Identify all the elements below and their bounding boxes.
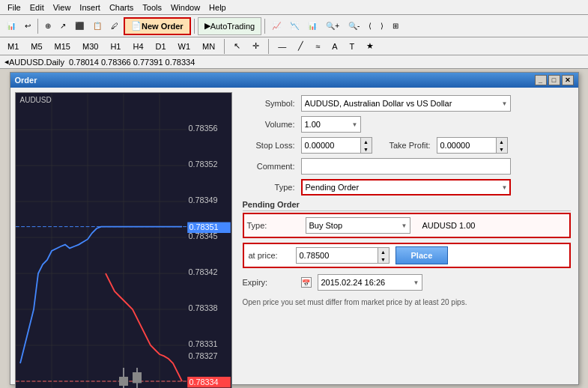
chart-area: AUDUSD	[15, 92, 232, 388]
symbol-label: Symbol:	[243, 99, 295, 108]
toolbar-btn-13[interactable]: ⟨	[365, 17, 375, 35]
status-info: AUDUSD.Daily 0.78014 0.78366 0.77391 0.7…	[9, 58, 195, 67]
stop-loss-up[interactable]: ▲	[361, 138, 372, 145]
pending-order-header: Pending Order	[243, 200, 571, 211]
at-price-up[interactable]: ▲	[378, 248, 389, 255]
new-order-icon: 📄	[131, 21, 142, 31]
toolbar-btn-11[interactable]: 🔍+	[322, 17, 343, 35]
expiry-select[interactable]: 2015.02.24 16:26	[318, 274, 422, 291]
svg-text:0.78345: 0.78345	[188, 231, 217, 240]
type-select-wrapper: Pending Order	[301, 179, 511, 195]
toolbar-btn-12[interactable]: 🔍-	[345, 17, 363, 35]
cursor-btn[interactable]: ↖	[229, 40, 245, 52]
take-profit-up[interactable]: ▲	[497, 138, 507, 145]
svg-text:0.78349: 0.78349	[188, 195, 217, 204]
menu-charts[interactable]: Charts	[105, 1, 138, 13]
take-profit-spin-buttons: ▲ ▼	[497, 137, 508, 154]
comment-input[interactable]	[301, 158, 511, 175]
toolbar-btn-6[interactable]: 📋	[89, 17, 106, 35]
menu-edit[interactable]: Edit	[25, 1, 49, 13]
tf-m15[interactable]: M15	[50, 40, 75, 52]
type-label: Type:	[243, 183, 295, 192]
pending-symbol-info: AUDUSD 1.00	[422, 221, 476, 230]
tf-w1[interactable]: W1	[174, 40, 196, 52]
toolbar-btn-5[interactable]: ⬛	[71, 17, 88, 35]
toolbar-btn-15[interactable]: ⊞	[389, 17, 402, 35]
pending-type-select[interactable]: Buy Stop	[306, 217, 410, 234]
tf-m30[interactable]: M30	[78, 40, 103, 52]
toolbar-btn-9[interactable]: 📉	[286, 17, 303, 35]
volume-label: Volume:	[243, 120, 295, 129]
diagonal-btn[interactable]: ╱	[294, 40, 308, 52]
fibo-btn[interactable]: ≈	[311, 40, 324, 52]
stop-loss-down[interactable]: ▼	[361, 145, 372, 153]
dialog-titlebar: Order _ □ ✕	[10, 73, 578, 88]
svg-text:0.78356: 0.78356	[188, 124, 217, 133]
volume-select[interactable]: 1.00	[301, 116, 361, 133]
type-select[interactable]: Pending Order	[301, 179, 511, 195]
type-row: Type: Pending Order	[243, 179, 571, 195]
minimize-button[interactable]: _	[535, 75, 547, 85]
comment-label: Comment:	[243, 162, 295, 171]
svg-text:0.78351: 0.78351	[189, 222, 218, 231]
at-price-container: at price: ▲ ▼ Place	[243, 243, 571, 268]
svg-text:0.78352: 0.78352	[188, 160, 217, 169]
svg-rect-17	[119, 377, 128, 386]
take-profit-input[interactable]	[437, 137, 497, 154]
toolbar-btn-8[interactable]: 📈	[268, 17, 285, 35]
autotrading-button[interactable]: ▶ AutoTrading	[198, 17, 262, 35]
menu-insert[interactable]: Insert	[75, 1, 105, 13]
tf-m1[interactable]: M1	[3, 40, 23, 52]
at-price-input[interactable]	[296, 247, 378, 264]
menu-view[interactable]: View	[49, 1, 76, 13]
tf-h4[interactable]: H4	[128, 40, 148, 52]
tf-d1[interactable]: D1	[151, 40, 171, 52]
tf-h1[interactable]: H1	[106, 40, 125, 52]
crosshair-btn[interactable]: ✛	[248, 40, 264, 52]
svg-text:0.78334: 0.78334	[189, 378, 218, 387]
stop-loss-input[interactable]	[301, 137, 361, 154]
toolbar-btn-1[interactable]: 📊	[3, 17, 19, 35]
close-button[interactable]: ✕	[562, 75, 574, 85]
tf-mn[interactable]: MN	[198, 40, 219, 52]
star-btn[interactable]: ★	[362, 40, 378, 52]
separator-2	[194, 19, 195, 34]
place-button[interactable]: Place	[395, 246, 449, 264]
toolbar-btn-7[interactable]: 🖊	[107, 17, 122, 35]
symbol-row: Symbol: AUDUSD, Australian Dollar vs US …	[243, 95, 571, 112]
expiry-label: Expiry:	[243, 278, 295, 287]
svg-text:0.78338: 0.78338	[188, 303, 217, 312]
status-bar: ◂ AUDUSD.Daily 0.78014 0.78366 0.77391 0…	[0, 55, 588, 69]
menu-window[interactable]: Window	[166, 1, 204, 13]
toolbar-btn-10[interactable]: 📊	[304, 17, 321, 35]
at-price-down[interactable]: ▼	[378, 255, 389, 263]
main-content: Order _ □ ✕ AUDUSD	[0, 69, 588, 388]
svg-text:0.78331: 0.78331	[188, 339, 217, 348]
text-t-btn[interactable]: T	[345, 40, 360, 52]
menu-tools[interactable]: Tools	[138, 1, 166, 13]
svg-text:0.78342: 0.78342	[188, 267, 217, 276]
toolbar-btn-2[interactable]: ↩	[21, 17, 34, 35]
new-order-button[interactable]: 📄 New Order	[124, 17, 191, 35]
symbol-select[interactable]: AUDUSD, Australian Dollar vs US Dollar	[301, 95, 511, 112]
line-btn[interactable]: —	[273, 40, 291, 52]
at-price-spin-buttons: ▲ ▼	[378, 247, 390, 264]
take-profit-down[interactable]: ▼	[497, 145, 507, 153]
stop-loss-label: Stop Loss:	[243, 141, 295, 150]
separator-1	[37, 19, 38, 34]
take-profit-spinner: ▲ ▼	[437, 137, 508, 154]
tf-m5[interactable]: M5	[26, 40, 46, 52]
calendar-icon: 📅	[301, 277, 312, 288]
toolbar-btn-4[interactable]: ↗	[56, 17, 70, 35]
maximize-button[interactable]: □	[548, 75, 560, 85]
menu-file[interactable]: File	[3, 1, 25, 13]
pending-type-section: Type: Buy Stop AUDUSD 1.00	[243, 213, 571, 238]
at-price-spinner: ▲ ▼	[296, 247, 390, 264]
menu-help[interactable]: Help	[204, 1, 231, 13]
pending-type-row: Type: Buy Stop AUDUSD 1.00	[247, 217, 566, 234]
main-toolbar: 📊 ↩ ⊕ ↗ ⬛ 📋 🖊 📄 New Order ▶ AutoTrading …	[0, 15, 588, 37]
text-a-btn[interactable]: A	[327, 40, 342, 52]
pending-type-label: Type:	[247, 221, 300, 230]
toolbar-btn-3[interactable]: ⊕	[41, 17, 55, 35]
toolbar-btn-14[interactable]: ⟩	[377, 17, 387, 35]
